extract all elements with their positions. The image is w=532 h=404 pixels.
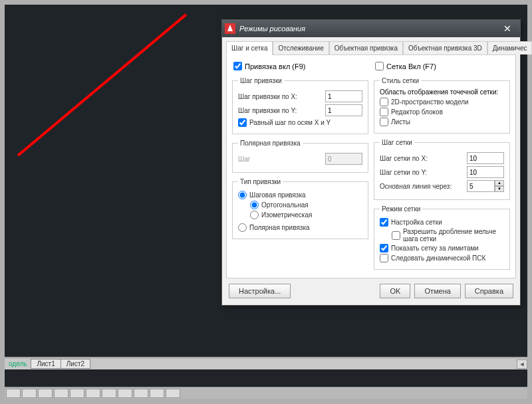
dialog-buttons: Настройка... OK Отмена Справка: [226, 278, 516, 301]
step-snap-radio[interactable]: [238, 191, 247, 199]
limits-checkbox[interactable]: [380, 244, 388, 252]
iso-label: Изометрическая: [261, 211, 312, 219]
sheets-label: Листы: [391, 118, 410, 126]
polar-snap-legend: Полярная привязка: [238, 140, 303, 147]
snap-x-label: Шаг привязки по X:: [238, 93, 321, 100]
tab-snap-grid[interactable]: Шаг и сетка: [226, 41, 273, 55]
spin-up[interactable]: ▲: [495, 180, 504, 186]
grid-y-input[interactable]: [467, 166, 504, 178]
sheet2-tab[interactable]: Лист2: [61, 359, 90, 369]
status-btn-3[interactable]: [38, 389, 53, 398]
status-btn-5[interactable]: [70, 389, 84, 398]
polar-snap-label: Полярная привязка: [249, 224, 310, 231]
snap-y-input[interactable]: [325, 104, 362, 116]
limits-label: Показать сетку за лимитами: [391, 245, 479, 252]
blockedit-checkbox[interactable]: [380, 108, 388, 116]
grid-on-checkbox[interactable]: [375, 62, 384, 70]
options-button[interactable]: Настройка...: [229, 284, 291, 298]
grid-x-label: Шаг сетки по X:: [380, 155, 463, 162]
polar-snap-group: Полярная привязка Шаг: [232, 140, 368, 173]
status-btn-11[interactable]: [166, 389, 180, 398]
ortho-radio[interactable]: [250, 201, 259, 209]
drawn-line: [17, 13, 187, 156]
help-button[interactable]: Справка: [465, 284, 513, 298]
snap-step-group: Шаг привязки Шаг привязки по X: Шаг прив…: [232, 77, 368, 134]
grid-mode-group: Режим сетки Настройка сетки Разрешить др…: [374, 205, 510, 270]
grid-mode-legend: Режим сетки: [380, 205, 422, 213]
status-btn-10[interactable]: [150, 389, 164, 398]
status-btn-7[interactable]: [102, 389, 116, 398]
polar-step-label: Шаг: [238, 155, 321, 163]
snap-y-label: Шаг привязки по Y:: [238, 107, 321, 114]
adaptive-checkbox[interactable]: [380, 218, 388, 227]
step-snap-label: Шаговая привязка: [249, 191, 306, 199]
major-line-input[interactable]: [467, 180, 495, 192]
status-btn-8[interactable]: [118, 389, 132, 398]
model-tab[interactable]: одель: [5, 359, 31, 369]
dialog-titlebar[interactable]: Режимы рисования ✕: [222, 20, 520, 37]
grid-style-legend: Стиль сетки: [380, 77, 421, 84]
grid-on-label: Сетка Вкл (F7): [386, 62, 436, 70]
dynucs-checkbox[interactable]: [380, 254, 388, 262]
tab-osnap[interactable]: Объектная привязка: [329, 41, 403, 54]
equal-xy-label: Равный шаг по осям X и Y: [249, 119, 331, 126]
grid-y-label: Шаг сетки по Y:: [380, 169, 463, 176]
subdiv-label: Разрешить дробление мельче шага сетки: [403, 228, 504, 243]
tab-tracking[interactable]: Отслеживание: [273, 41, 329, 54]
snap-type-group: Тип привязки Шаговая привязка Ортогональ…: [232, 178, 368, 239]
sheets-checkbox[interactable]: [380, 118, 388, 126]
sheet1-tab[interactable]: Лист1: [31, 359, 61, 369]
subdiv-checkbox[interactable]: [392, 231, 400, 240]
major-line-spinner[interactable]: ▲▼: [467, 180, 504, 192]
app-icon: [225, 23, 235, 34]
tab-dynamic[interactable]: Динамичес: [487, 41, 532, 54]
status-btn-1[interactable]: [6, 389, 21, 398]
major-line-label: Основная линия через:: [380, 183, 463, 190]
ok-button[interactable]: OK: [380, 284, 410, 298]
dialog-tabs: Шаг и сетка Отслеживание Объектная привя…: [226, 41, 516, 55]
model2d-label: 2D-пространство модели: [391, 98, 469, 106]
grid-area-label: Область отображения точечной сетки:: [380, 88, 504, 96]
tab-osnap-3d[interactable]: Объектная привязка 3D: [403, 41, 487, 54]
snap-type-legend: Тип привязки: [238, 178, 283, 185]
snap-on-label: Привязка вкл (F9): [245, 62, 306, 70]
blockedit-label: Редактор блоков: [391, 108, 443, 116]
grid-style-group: Стиль сетки Область отображения точечной…: [374, 77, 510, 134]
model2d-checkbox[interactable]: [380, 98, 388, 106]
equal-xy-checkbox[interactable]: [238, 118, 247, 127]
layout-tabs: одель Лист1 Лист2 ◄: [5, 357, 527, 369]
status-btn-6[interactable]: [86, 389, 100, 398]
status-btn-4[interactable]: [54, 389, 68, 398]
spin-down[interactable]: ▼: [495, 186, 504, 192]
close-button[interactable]: ✕: [497, 23, 517, 35]
status-btn-9[interactable]: [134, 389, 148, 398]
dialog-title: Режимы рисования: [239, 25, 305, 33]
status-bar: [5, 387, 527, 399]
snap-x-input[interactable]: [325, 90, 362, 102]
polar-step-input: [325, 153, 362, 165]
polar-snap-radio[interactable]: [238, 223, 247, 232]
grid-x-input[interactable]: [467, 152, 504, 164]
status-btn-2[interactable]: [22, 389, 37, 398]
adaptive-label: Настройка сетки: [391, 219, 442, 226]
grid-step-legend: Шаг сетки: [380, 139, 414, 146]
cancel-button[interactable]: Отмена: [414, 284, 460, 298]
grid-step-group: Шаг сетки Шаг сетки по X: Шаг сетки по Y…: [374, 139, 510, 200]
snap-step-legend: Шаг привязки: [238, 77, 284, 84]
snap-on-checkbox[interactable]: [233, 62, 242, 70]
command-area[interactable]: [5, 369, 527, 387]
ortho-label: Ортогональная: [261, 201, 309, 209]
dynucs-label: Следовать динамической ПСК: [391, 254, 485, 262]
iso-radio[interactable]: [250, 211, 259, 219]
tabs-scroll-left[interactable]: ◄: [517, 359, 527, 369]
drafting-settings-dialog: Режимы рисования ✕ Шаг и сетка Отслежива…: [221, 19, 521, 306]
